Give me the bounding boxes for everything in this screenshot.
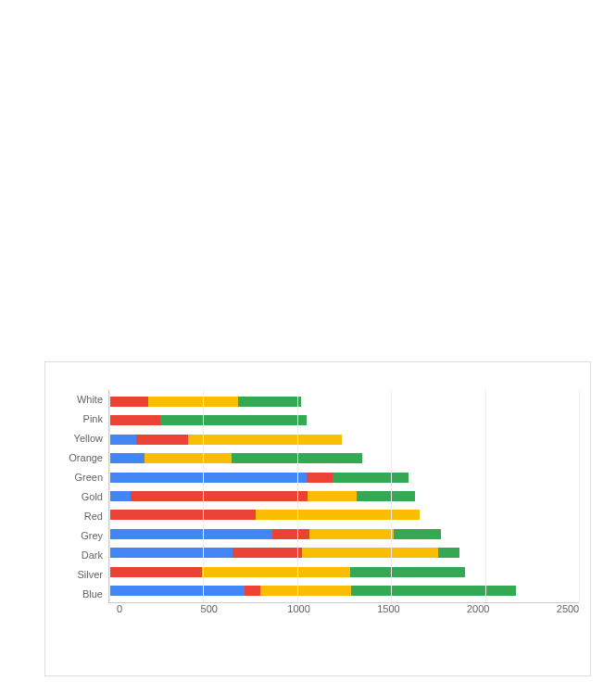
chart-bar-segment [109, 435, 136, 445]
chart-category-labels: WhitePinkYellowOrangeGreenGoldRedGreyDar… [60, 390, 108, 603]
chart-plot-area [108, 390, 579, 603]
chart-container[interactable]: WhitePinkYellowOrangeGreenGoldRedGreyDar… [44, 361, 591, 676]
chart-bar-segment [272, 529, 309, 539]
chart-bar [109, 452, 579, 465]
chart-bar-segment [357, 491, 415, 501]
chart-bar-segment [351, 586, 516, 596]
chart-bar-segment [109, 491, 131, 501]
chart-bar-segment [109, 567, 202, 577]
chart-xaxis-tick: 500 [201, 603, 218, 614]
chart-bar-segment [109, 397, 148, 407]
chart-category-label: Dark [60, 549, 103, 561]
chart-bar-segment [394, 529, 440, 539]
chart-category-label: Blue [60, 588, 103, 599]
chart-category-label: Orange [60, 452, 103, 463]
chart-bar [109, 489, 579, 502]
chart-bar-segment [245, 586, 260, 596]
chart-bar-segment [238, 397, 301, 407]
chart-bar-segment [309, 529, 394, 539]
chart-bar-segment [233, 548, 301, 558]
chart-bar-segment [109, 415, 160, 425]
chart-xaxis-tick: 1500 [377, 603, 399, 614]
chart-category-label: Yellow [60, 433, 103, 444]
chart-category-label: Grey [60, 530, 103, 541]
chart-xaxis-tick: 1000 [287, 603, 309, 614]
chart-bar-segment [136, 435, 188, 445]
chart-bar-segment [109, 453, 145, 463]
chart-bar-segment [302, 548, 439, 558]
chart-category-label: Silver [60, 569, 103, 580]
chart-category-label: Green [60, 472, 103, 483]
chart-category-label: White [60, 394, 103, 405]
chart-category-label: Gold [60, 491, 103, 502]
chart-bar-segment [256, 510, 419, 520]
chart-yaxis-label [57, 390, 60, 603]
chart-xaxis-tick: 2500 [557, 603, 579, 614]
chart-bar-segment [109, 473, 307, 483]
chart-bar-segment [260, 586, 351, 596]
chart-bar-segment [202, 567, 351, 577]
chart-xaxis-tick: 0 [117, 603, 122, 614]
chart-bar-segment [131, 491, 308, 501]
chart-bar-segment [438, 548, 459, 558]
chart-bar-segment [307, 473, 333, 483]
chart-bar-segment [160, 415, 307, 425]
chart-xaxis: 05001000150020002500 [119, 603, 568, 620]
chart-bar [109, 527, 579, 540]
chart-bar-segment [333, 473, 408, 483]
chart-bar-segment [148, 397, 238, 407]
chart-xaxis-tick: 2000 [467, 603, 489, 614]
chart-bar-segment [109, 548, 233, 558]
chart-bar-segment [145, 453, 232, 463]
chart-category-label: Pink [60, 413, 103, 424]
chart-bar-segment [308, 491, 357, 501]
chart-category-label: Red [60, 511, 103, 522]
spreadsheet[interactable]: WhitePinkYellowOrangeGreenGoldRedGreyDar… [0, 0, 616, 694]
chart-bar-segment [350, 567, 465, 577]
chart-bar-segment [109, 510, 256, 520]
chart-bar-segment [109, 586, 245, 596]
chart-bar [109, 433, 579, 446]
chart-bar [109, 565, 579, 578]
chart-bar [109, 414, 579, 427]
chart-bar-segment [188, 435, 342, 445]
chart-bar [109, 395, 579, 408]
chart-bar [109, 585, 579, 598]
chart-bar [109, 509, 579, 522]
chart-bar [109, 471, 579, 484]
chart-bar [109, 547, 579, 560]
chart-bar-segment [109, 529, 272, 539]
